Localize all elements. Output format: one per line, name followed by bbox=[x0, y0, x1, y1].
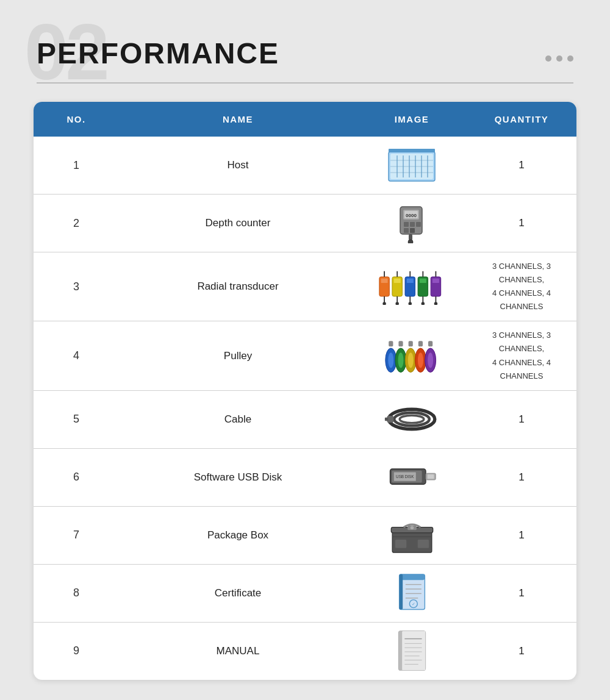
svg-rect-59 bbox=[398, 341, 403, 346]
row-no: 3 bbox=[34, 252, 119, 321]
row-name: Package Box bbox=[119, 506, 357, 564]
col-quantity: QUANTITY bbox=[467, 102, 576, 137]
svg-rect-29 bbox=[394, 279, 401, 283]
row-no: 7 bbox=[34, 506, 119, 564]
product-image-host bbox=[363, 144, 461, 187]
page-header: PERFORMANCE bbox=[0, 0, 610, 82]
row-image bbox=[357, 390, 467, 448]
svg-rect-61 bbox=[418, 341, 423, 346]
row-name: Software USB Disk bbox=[119, 448, 357, 506]
row-quantity: 1 bbox=[467, 137, 576, 195]
product-image-depth: 0000 bbox=[363, 202, 461, 245]
performance-table: NO. NAME IMAGE QUANTITY 1 Host bbox=[34, 102, 576, 680]
row-name: Cable bbox=[119, 390, 357, 448]
row-quantity: 1 bbox=[467, 448, 576, 506]
svg-rect-58 bbox=[389, 341, 393, 346]
package-box-svg bbox=[389, 517, 435, 554]
performance-table-container: NO. NAME IMAGE QUANTITY 1 Host bbox=[34, 102, 576, 680]
depth-counter-svg: 0000 bbox=[395, 204, 429, 243]
svg-rect-67 bbox=[385, 418, 388, 421]
svg-rect-82 bbox=[399, 574, 425, 580]
row-no: 9 bbox=[34, 622, 119, 680]
svg-point-51 bbox=[398, 352, 404, 368]
host-svg bbox=[387, 147, 436, 184]
manual-svg bbox=[395, 630, 429, 673]
product-image-package bbox=[363, 514, 461, 557]
table-row: 5 Cable 1 bbox=[34, 390, 576, 448]
row-no: 2 bbox=[34, 195, 119, 252]
svg-rect-60 bbox=[409, 341, 413, 346]
product-image-usb: USB DISK bbox=[363, 456, 461, 499]
svg-rect-11 bbox=[389, 149, 435, 152]
svg-rect-73 bbox=[427, 474, 434, 479]
svg-rect-20 bbox=[410, 228, 415, 233]
cable-svg bbox=[384, 402, 439, 436]
svg-rect-17 bbox=[410, 222, 415, 227]
col-image: IMAGE bbox=[357, 102, 467, 137]
dot-1 bbox=[545, 55, 551, 62]
row-no: 1 bbox=[34, 137, 119, 195]
row-image: USB DISK bbox=[357, 448, 467, 506]
row-quantity: 1 bbox=[467, 564, 576, 622]
col-name: NAME bbox=[119, 102, 357, 137]
row-name: Host bbox=[119, 137, 357, 195]
table-row: 1 Host bbox=[34, 137, 576, 195]
product-image-cable bbox=[363, 398, 461, 441]
row-quantity: 3 CHANNELS, 3 CHANNELS,4 CHANNELS, 4 CHA… bbox=[467, 252, 576, 321]
page-title: PERFORMANCE bbox=[37, 37, 279, 70]
svg-rect-39 bbox=[420, 279, 426, 283]
quantity-text: 3 CHANNELS, 3 CHANNELS,4 CHANNELS, 4 CHA… bbox=[473, 329, 570, 382]
product-image-manual bbox=[363, 630, 461, 673]
svg-point-65 bbox=[400, 415, 424, 423]
row-no: 5 bbox=[34, 390, 119, 448]
row-no: 4 bbox=[34, 321, 119, 390]
svg-rect-79 bbox=[395, 540, 406, 548]
svg-rect-19 bbox=[404, 228, 409, 233]
row-image bbox=[357, 137, 467, 195]
row-quantity: 1 bbox=[467, 195, 576, 252]
svg-point-55 bbox=[418, 352, 423, 368]
table-row: 2 Depth counter 0000 bbox=[34, 195, 576, 252]
svg-text:0000: 0000 bbox=[406, 213, 417, 218]
row-quantity: 1 bbox=[467, 622, 576, 680]
row-quantity: 1 bbox=[467, 506, 576, 564]
svg-rect-34 bbox=[407, 279, 414, 283]
svg-point-26 bbox=[382, 302, 386, 305]
usb-disk-svg: USB DISK bbox=[386, 463, 438, 491]
svg-rect-83 bbox=[399, 574, 403, 610]
table-row: 6 Software USB Disk USB DISK bbox=[34, 448, 576, 506]
row-quantity: 1 bbox=[467, 390, 576, 448]
svg-rect-80 bbox=[417, 540, 428, 548]
svg-point-41 bbox=[422, 302, 425, 305]
dot-2 bbox=[556, 55, 562, 62]
product-image-radial bbox=[363, 265, 461, 308]
dots-decoration bbox=[545, 55, 573, 70]
row-name: Certificate bbox=[119, 564, 357, 622]
svg-point-46 bbox=[434, 302, 438, 305]
quantity-text: 3 CHANNELS, 3 CHANNELS,4 CHANNELS, 4 CHA… bbox=[473, 260, 570, 313]
table-row: 7 Package Box bbox=[34, 506, 576, 564]
svg-rect-16 bbox=[404, 222, 409, 227]
header-divider bbox=[37, 82, 573, 84]
dot-3 bbox=[567, 55, 573, 62]
svg-point-53 bbox=[408, 352, 414, 368]
row-image bbox=[357, 506, 467, 564]
svg-rect-44 bbox=[432, 279, 439, 283]
table-row: 8 Certificate bbox=[34, 564, 576, 622]
radial-transducer-svg bbox=[378, 268, 445, 305]
svg-point-31 bbox=[395, 302, 399, 305]
row-image bbox=[357, 252, 467, 321]
row-image: ✓ bbox=[357, 564, 467, 622]
row-name: Depth counter bbox=[119, 195, 357, 252]
svg-rect-24 bbox=[381, 279, 388, 283]
row-name: Pulley bbox=[119, 321, 357, 390]
product-image-certificate: ✓ bbox=[363, 572, 461, 615]
svg-text:✓: ✓ bbox=[411, 601, 415, 607]
row-quantity: 3 CHANNELS, 3 CHANNELS,4 CHANNELS, 4 CHA… bbox=[467, 321, 576, 390]
svg-point-77 bbox=[410, 526, 414, 530]
row-no: 6 bbox=[34, 448, 119, 506]
table-row: 4 Pulley bbox=[34, 321, 576, 390]
svg-rect-62 bbox=[428, 341, 432, 346]
product-image-pulley bbox=[363, 335, 461, 377]
row-image bbox=[357, 622, 467, 680]
